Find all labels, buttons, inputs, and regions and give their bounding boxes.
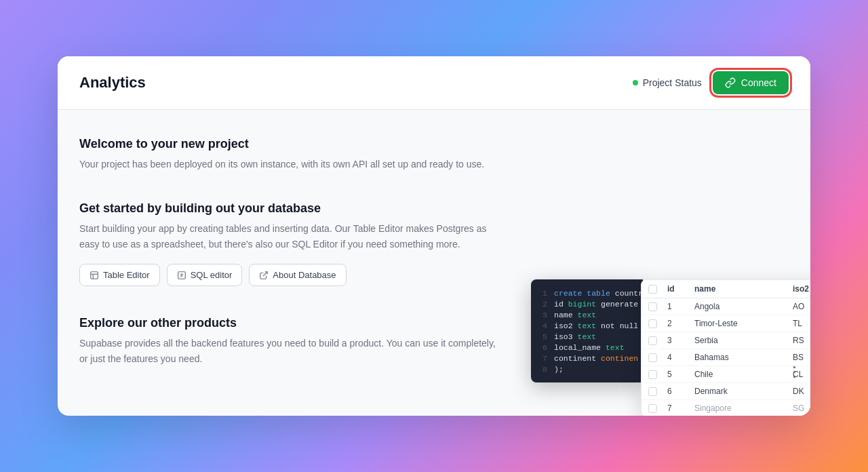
more-options-button[interactable]: ⋮ xyxy=(785,362,804,381)
table-editor-button[interactable]: Table Editor xyxy=(79,264,160,286)
table-row[interactable]: 7 Singapore SG xyxy=(642,400,810,416)
header: Analytics Project Status Connect xyxy=(58,56,810,110)
row-checkbox-cell xyxy=(648,404,667,413)
welcome-title: Welcome to your new project xyxy=(79,137,789,151)
welcome-section: Welcome to your new project Your project… xyxy=(79,137,789,172)
row-checkbox[interactable] xyxy=(648,353,657,362)
cell-id: 7 xyxy=(667,404,694,413)
external-link-icon xyxy=(259,271,269,280)
row-checkbox[interactable] xyxy=(648,404,657,413)
col-header-name: name xyxy=(694,284,793,294)
row-checkbox[interactable] xyxy=(648,302,657,311)
cell-name: Bahamas xyxy=(694,353,793,362)
editor-line-1: 1 create table countri xyxy=(531,288,643,298)
editor-line-3: 3 name text xyxy=(531,309,643,320)
cell-name: Timor-Leste xyxy=(694,319,793,328)
table-header: id name iso2 xyxy=(642,280,810,298)
cell-name: Singapore xyxy=(694,404,793,413)
cell-id: 3 xyxy=(667,336,694,345)
cell-iso2: RS xyxy=(793,336,810,345)
editor-line-6: 6 local_name text xyxy=(531,342,643,353)
main-card: Analytics Project Status Connect Welcome… xyxy=(58,56,810,416)
col-header-id: id xyxy=(667,284,694,294)
cell-name: Serbia xyxy=(694,336,793,345)
explore-description: Supabase provides all the backend featur… xyxy=(79,336,500,366)
project-status-label: Project Status xyxy=(643,77,702,88)
cell-iso2: AO xyxy=(793,302,810,311)
editor-line-7: 7 continent continen xyxy=(531,353,643,363)
page-title: Analytics xyxy=(79,74,146,92)
content-area: Welcome to your new project Your project… xyxy=(58,110,810,388)
cell-iso2: TL xyxy=(793,319,810,328)
cell-id: 2 xyxy=(667,319,694,328)
cell-id: 1 xyxy=(667,302,694,311)
cell-name: Chile xyxy=(694,370,793,379)
row-checkbox-cell xyxy=(648,353,667,362)
table-row[interactable]: 3 Serbia RS xyxy=(642,332,810,349)
cell-id: 4 xyxy=(667,353,694,362)
cell-name: Denmark xyxy=(694,387,793,396)
connect-button-label: Connect xyxy=(741,77,776,88)
database-title: Get started by building out your databas… xyxy=(79,201,789,216)
editor-line-5: 5 iso3 text xyxy=(531,331,643,342)
table-row[interactable]: 6 Denmark DK xyxy=(642,383,810,400)
cell-id: 5 xyxy=(667,370,694,379)
row-checkbox[interactable] xyxy=(648,319,657,328)
header-checkbox-cell xyxy=(648,284,667,294)
row-checkbox-cell xyxy=(648,387,667,396)
row-checkbox[interactable] xyxy=(648,370,657,379)
editor-line-8: 8 ); xyxy=(531,363,643,374)
row-checkbox-cell xyxy=(648,302,667,311)
cell-iso2: SG xyxy=(793,404,810,413)
row-checkbox[interactable] xyxy=(648,387,657,396)
database-section: Get started by building out your databas… xyxy=(79,201,789,286)
col-header-iso2: iso2 xyxy=(793,284,810,294)
svg-line-4 xyxy=(263,271,267,275)
svg-rect-0 xyxy=(91,271,98,279)
table-row[interactable]: 1 Angola AO xyxy=(642,298,810,315)
cell-name: Angola xyxy=(694,302,793,311)
status-dot-icon xyxy=(633,80,638,85)
row-checkbox-cell xyxy=(648,336,667,345)
sql-icon xyxy=(177,271,186,280)
database-description: Start building your app by creating tabl… xyxy=(79,221,500,252)
code-editor-panel: 1 create table countri 2 id bigint gener… xyxy=(531,279,643,382)
sql-editor-label: SQL editor xyxy=(191,270,233,280)
about-database-button[interactable]: About Database xyxy=(249,264,346,286)
about-database-label: About Database xyxy=(273,270,336,280)
cell-id: 6 xyxy=(667,387,694,396)
row-checkbox-cell xyxy=(648,370,667,379)
header-right: Project Status Connect xyxy=(633,71,789,94)
data-table-panel: id name iso2 1 Angola AO 2 Timor-Leste T… xyxy=(641,279,810,416)
editor-line-2: 2 id bigint generate xyxy=(531,298,643,309)
row-checkbox[interactable] xyxy=(648,336,657,345)
cell-iso2: DK xyxy=(793,387,810,396)
welcome-description: Your project has been deployed on its ow… xyxy=(79,157,500,172)
table-editor-label: Table Editor xyxy=(103,270,150,280)
connect-button[interactable]: Connect xyxy=(713,71,789,94)
header-checkbox[interactable] xyxy=(648,285,657,294)
cell-iso2: BS xyxy=(793,353,810,362)
editor-line-4: 4 iso2 text not null xyxy=(531,320,643,331)
project-status: Project Status xyxy=(633,77,702,88)
table-row[interactable]: 2 Timor-Leste TL xyxy=(642,315,810,332)
sql-editor-button[interactable]: SQL editor xyxy=(167,264,243,286)
row-checkbox-cell xyxy=(648,319,667,328)
connect-icon xyxy=(725,77,736,88)
table-icon xyxy=(90,271,99,280)
